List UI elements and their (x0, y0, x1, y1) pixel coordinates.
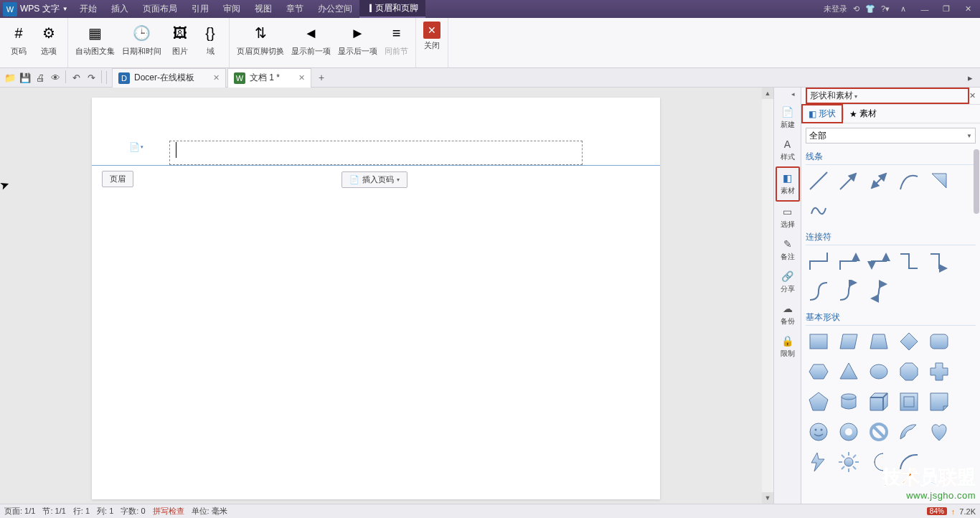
shape-moon[interactable] (866, 449, 892, 475)
menu-item-4[interactable]: 审阅 (216, 0, 248, 18)
header-edit-region[interactable] (169, 141, 583, 165)
header-region-label[interactable]: 页眉 (102, 171, 133, 187)
scroll-up-icon[interactable]: ▲ (762, 88, 773, 99)
tab-close-icon[interactable]: ✕ (298, 73, 305, 83)
document-page[interactable]: 📄▾ 页眉 📄插入页码 (92, 98, 660, 499)
app-menu-dropdown-icon[interactable]: ▼ (62, 6, 72, 12)
status-page[interactable]: 页面: 1/1 (4, 506, 35, 517)
shape-curve[interactable] (896, 168, 922, 194)
new-tab-button[interactable]: + (313, 72, 330, 83)
close-window-button[interactable]: ✕ (960, 4, 976, 14)
menu-item-8[interactable]: ▎页眉和页脚 (359, 0, 425, 18)
shape-curved[interactable] (806, 278, 831, 304)
shape-curved-arrow[interactable] (836, 278, 862, 304)
insert-page-number-button[interactable]: 📄插入页码 (341, 171, 407, 188)
shape-line[interactable] (806, 168, 831, 194)
ribbon-显示后一项[interactable]: ►显示后一项 (335, 20, 380, 58)
shapes-category-select[interactable]: 全部▼ (806, 128, 976, 143)
shape-freeform[interactable] (926, 168, 952, 194)
shape-oval[interactable] (866, 359, 892, 385)
tab-close-icon[interactable]: ✕ (213, 73, 220, 83)
shape-cube[interactable] (866, 389, 892, 415)
menu-item-2[interactable]: 页面布局 (136, 0, 184, 18)
shape-smiley[interactable] (806, 419, 831, 445)
zoom-percent[interactable]: 84% (927, 507, 947, 515)
ribbon-日期和时间[interactable]: 🕒日期和时间 (119, 20, 164, 58)
shape-arc-shape[interactable] (896, 419, 922, 445)
shape-double-arrow[interactable] (866, 168, 892, 194)
ribbon-关闭[interactable]: ✕关闭 (420, 20, 443, 52)
shape-round-rect[interactable] (926, 329, 952, 354)
scrollbar-thumb[interactable] (974, 149, 979, 214)
qa-button-4[interactable]: ↶ (69, 70, 83, 85)
shape-cross[interactable] (926, 359, 952, 385)
status-word-count[interactable]: 字数: 0 (121, 506, 145, 517)
shape-elbow2-arrow[interactable] (926, 248, 952, 274)
shape-elbow-arrow[interactable] (836, 248, 862, 274)
shape-rect[interactable] (806, 329, 831, 354)
rail-限制[interactable]: 🔒限制 (776, 331, 800, 363)
shape-cylinder[interactable] (836, 389, 862, 415)
menu-item-0[interactable]: 开始 (72, 0, 104, 18)
shape-elbow-double[interactable] (866, 248, 892, 274)
shape-hexagon[interactable] (806, 359, 831, 385)
skin-icon[interactable]: 👕 (865, 4, 875, 14)
shape-curved-double[interactable] (866, 278, 892, 304)
shape-elbow[interactable] (806, 248, 831, 274)
shapes-tab-形状[interactable]: ◧形状 (801, 104, 843, 123)
minimize-button[interactable]: ∧ (895, 4, 911, 14)
vertical-scrollbar[interactable]: ▲ ▼ (762, 88, 773, 504)
menu-item-7[interactable]: 办公空间 (311, 0, 359, 18)
shapes-panel-close-icon[interactable]: ✕ (969, 91, 976, 100)
shape-elbow2[interactable] (896, 248, 922, 274)
maximize-button[interactable]: ❐ (938, 4, 954, 14)
menu-item-3[interactable]: 引用 (184, 0, 216, 18)
shape-no-symbol[interactable] (866, 419, 892, 445)
shape-arc[interactable] (896, 449, 922, 475)
ribbon-域[interactable]: {}域 (196, 20, 225, 58)
shape-octagon[interactable] (896, 359, 922, 385)
qa-button-3[interactable]: 👁 (48, 70, 62, 85)
ribbon-选项[interactable]: ⚙选项 (34, 20, 63, 58)
status-spellcheck[interactable]: 拼写检查 (153, 506, 184, 517)
status-section[interactable]: 节: 1/1 (42, 506, 65, 517)
rail-素材[interactable]: ◧素材 (776, 166, 800, 202)
ribbon-自动图文集[interactable]: ▦自动图文集 (72, 20, 118, 58)
rail-新建[interactable]: 📄新建 (776, 102, 800, 134)
login-status[interactable]: 未登录 (824, 4, 847, 14)
tab-options-icon[interactable]: ▸ (963, 70, 977, 85)
shape-heart[interactable] (926, 419, 952, 445)
ribbon-显示前一项[interactable]: ◄显示前一项 (288, 20, 334, 58)
status-unit[interactable]: 单位: 毫米 (192, 506, 227, 517)
shape-sun[interactable] (836, 449, 862, 475)
shape-trapezoid[interactable] (866, 329, 892, 354)
qa-button-1[interactable]: 💾 (18, 70, 32, 85)
menu-item-1[interactable]: 插入 (104, 0, 136, 18)
rail-备份[interactable]: ☁备份 (776, 298, 800, 331)
doc-tab-1[interactable]: W文档 1 *✕ (227, 68, 311, 88)
shape-bevel[interactable] (896, 389, 922, 415)
menu-item-5[interactable]: 视图 (248, 0, 279, 18)
ribbon-图片[interactable]: 🖼图片 (166, 20, 194, 58)
qa-button-5[interactable]: ↷ (84, 70, 98, 85)
menu-item-6[interactable]: 章节 (279, 0, 311, 18)
help-dropdown[interactable]: ?▾ (881, 4, 890, 14)
scroll-down-icon[interactable]: ▼ (762, 492, 773, 504)
sync-icon[interactable]: ⟲ (853, 4, 859, 14)
shapes-tab-素材[interactable]: ★素材 (844, 105, 882, 122)
shape-donut[interactable] (836, 419, 862, 445)
shape-lightning[interactable] (806, 449, 831, 475)
ribbon-页码[interactable]: #页码 (4, 20, 33, 58)
shape-folded[interactable] (926, 389, 952, 415)
shape-triangle[interactable] (836, 359, 862, 385)
shape-diamond[interactable] (896, 329, 922, 354)
ribbon-页眉页脚切换[interactable]: ⇅页眉页脚切换 (234, 20, 287, 58)
rail-备注[interactable]: ✎备注 (776, 234, 800, 266)
rail-样式[interactable]: A样式 (776, 134, 800, 166)
header-options-icon[interactable]: 📄▾ (129, 141, 146, 154)
shape-scribble[interactable] (806, 198, 831, 224)
rail-collapse-icon[interactable]: ◂ (788, 90, 798, 100)
restore-down-button[interactable]: — (917, 5, 933, 14)
shape-pentagon[interactable] (806, 389, 831, 415)
shapes-scrollbar[interactable] (973, 148, 980, 504)
